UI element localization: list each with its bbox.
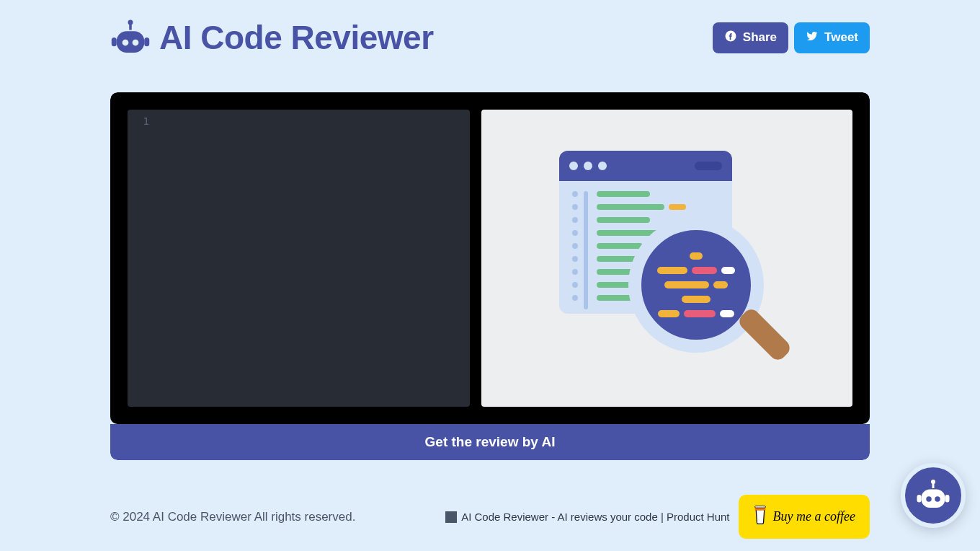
robot-icon — [916, 477, 950, 514]
page-header: AI Code Reviewer Share Tweet — [110, 17, 870, 58]
svg-rect-6 — [144, 38, 149, 46]
chat-assistant-button[interactable] — [901, 463, 966, 528]
copyright-text: © 2024 AI Code Reviewer All rights reser… — [110, 510, 355, 524]
svg-rect-10 — [932, 482, 935, 488]
main-panel: 1 — [110, 92, 870, 460]
code-review-illustration — [559, 151, 775, 366]
svg-point-12 — [926, 496, 932, 502]
review-button[interactable]: Get the review by AI — [110, 424, 870, 460]
tweet-label: Tweet — [824, 30, 858, 45]
twitter-icon — [806, 30, 819, 46]
producthunt-badge[interactable]: AI Code Reviewer - AI reviews your code … — [445, 511, 729, 523]
svg-point-3 — [122, 40, 129, 46]
page-title: AI Code Reviewer — [159, 18, 434, 57]
svg-rect-8 — [754, 506, 765, 508]
svg-rect-2 — [117, 31, 145, 53]
review-output-panel — [481, 110, 852, 407]
buy-me-a-coffee-button[interactable]: Buy me a coffee — [739, 495, 870, 539]
coffee-cup-icon — [753, 505, 767, 529]
share-button-group: Share Tweet — [713, 22, 870, 53]
line-number-gutter: 1 — [128, 110, 153, 407]
tweet-button[interactable]: Tweet — [794, 22, 870, 53]
svg-point-4 — [133, 40, 139, 46]
magnifier-icon — [628, 217, 764, 353]
page-footer: © 2024 AI Code Reviewer All rights reser… — [110, 495, 870, 551]
svg-rect-14 — [917, 495, 922, 503]
code-input[interactable] — [153, 110, 470, 407]
svg-rect-15 — [945, 495, 950, 503]
producthunt-alt-text: AI Code Reviewer - AI reviews your code … — [461, 511, 729, 523]
robot-icon — [110, 17, 151, 58]
coffee-label: Buy me a coffee — [773, 509, 855, 524]
svg-rect-1 — [129, 24, 132, 30]
share-label: Share — [743, 30, 777, 45]
broken-image-icon — [445, 511, 457, 523]
facebook-icon — [724, 30, 737, 46]
svg-rect-11 — [922, 489, 945, 508]
svg-rect-5 — [112, 38, 117, 46]
brand: AI Code Reviewer — [110, 17, 434, 58]
code-editor[interactable]: 1 — [128, 110, 470, 407]
editor-preview-split: 1 — [110, 92, 870, 424]
line-number: 1 — [143, 115, 149, 127]
footer-links: AI Code Reviewer - AI reviews your code … — [445, 495, 870, 539]
share-button[interactable]: Share — [713, 22, 788, 53]
svg-point-13 — [935, 496, 940, 502]
